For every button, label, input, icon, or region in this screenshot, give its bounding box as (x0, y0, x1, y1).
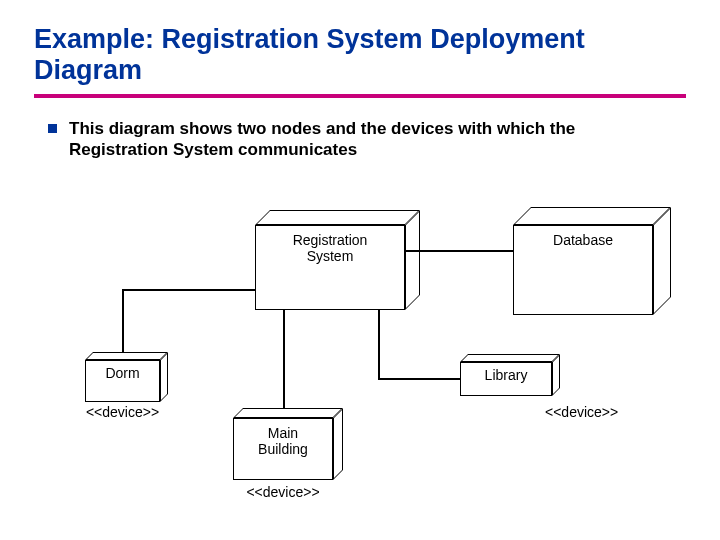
title-underline-rule (34, 94, 686, 98)
bullet-item: This diagram shows two nodes and the dev… (48, 118, 668, 161)
link-regsys-dorm-v (122, 289, 124, 353)
stereotype-dorm: <<device>> (80, 404, 165, 420)
page-title: Example: Registration System Deployment … (34, 24, 686, 86)
node-database-label: Database (513, 225, 653, 315)
node-registration-system-label: Registration System (255, 225, 405, 310)
bullet-marker-icon (48, 124, 57, 133)
node-main-building-label: Main Building (233, 418, 333, 480)
link-regsys-library-v (378, 310, 380, 378)
bullet-text: This diagram shows two nodes and the dev… (69, 118, 668, 161)
link-regsys-dorm (122, 289, 255, 291)
stereotype-main-building: <<device>> (223, 484, 343, 500)
node-library-label: Library (460, 362, 552, 396)
link-regsys-mainbuilding (283, 310, 285, 409)
slide: Example: Registration System Deployment … (0, 0, 720, 540)
link-regsys-library (378, 378, 460, 380)
node-dorm-label: Dorm (85, 360, 160, 402)
stereotype-library: <<device>> (545, 404, 635, 420)
link-regsys-database (405, 250, 513, 252)
